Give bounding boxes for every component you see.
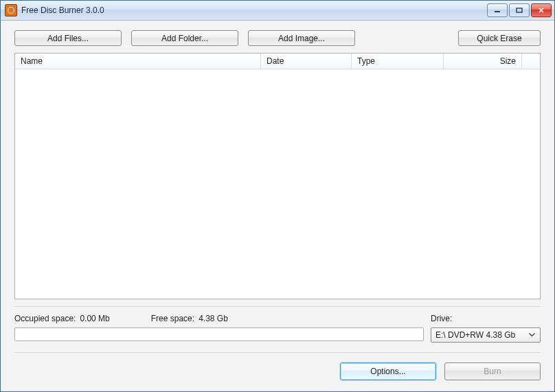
space-progress-bar (14, 327, 424, 341)
add-image-button[interactable]: Add Image... (248, 30, 355, 46)
close-icon (538, 8, 545, 13)
maximize-icon (516, 8, 523, 13)
drive-label: Drive: (431, 314, 541, 323)
client-area: Add Files... Add Folder... Add Image... … (1, 21, 554, 391)
file-list-header: Name Date Type Size (15, 54, 540, 69)
maximize-button[interactable] (509, 3, 530, 17)
svg-rect-1 (517, 8, 522, 12)
window-controls (487, 3, 552, 17)
column-type[interactable]: Type (352, 54, 444, 69)
quick-erase-button[interactable]: Quick Erase (458, 30, 541, 46)
column-name[interactable]: Name (15, 54, 261, 69)
column-date[interactable]: Date (261, 54, 352, 69)
file-list[interactable]: Name Date Type Size (14, 53, 541, 299)
window-title: Free Disc Burner 3.0.0 (21, 5, 104, 15)
file-list-panel: Name Date Type Size (14, 53, 541, 299)
minimize-button[interactable] (487, 3, 508, 17)
file-list-body[interactable] (15, 69, 540, 299)
column-spacer (522, 54, 540, 69)
minimize-icon (494, 8, 501, 13)
app-icon (5, 4, 17, 16)
add-folder-button[interactable]: Add Folder... (131, 30, 238, 46)
disc-icon (8, 7, 14, 14)
occupied-space-value: 0.00 Mb (80, 314, 109, 323)
close-button[interactable] (531, 3, 552, 17)
free-space-value: 4.38 Gb (199, 314, 228, 323)
free-space-label: Free space: (151, 314, 194, 323)
bottom-bar: Options... Burn (14, 352, 541, 380)
svg-rect-0 (495, 11, 500, 12)
add-files-button[interactable]: Add Files... (14, 30, 122, 46)
occupied-space-label: Occupied space: (14, 314, 76, 323)
options-button[interactable]: Options... (340, 362, 436, 380)
burn-button[interactable]: Burn (444, 362, 541, 380)
status-section: Occupied space: 0.00 Mb Free space: 4.38… (14, 306, 541, 343)
chevron-down-icon (526, 333, 537, 337)
app-window: Free Disc Burner 3.0.0 (0, 0, 555, 392)
drive-select-value: E:\ DVD+RW 4.38 Gb (435, 330, 515, 340)
toolbar: Add Files... Add Folder... Add Image... … (1, 21, 554, 53)
titlebar[interactable]: Free Disc Burner 3.0.0 (1, 1, 554, 21)
column-size[interactable]: Size (444, 54, 522, 69)
drive-select[interactable]: E:\ DVD+RW 4.38 Gb (431, 327, 541, 343)
